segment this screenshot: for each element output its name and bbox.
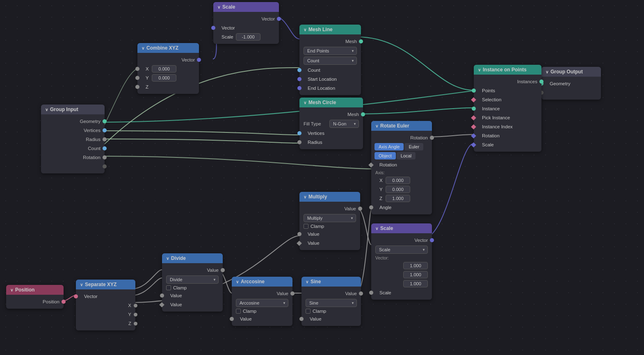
mesh-circle-radius-row: Radius bbox=[299, 138, 363, 147]
scale-bottom-dd-wrap[interactable]: Scale bbox=[375, 246, 428, 254]
arccosine-select[interactable]: Arccosine bbox=[236, 299, 288, 307]
combine-y-field[interactable]: 0.000 bbox=[152, 74, 176, 82]
scale-bottom-vec-out-socket[interactable] bbox=[430, 238, 434, 242]
mesh-circle-out-socket[interactable] bbox=[361, 112, 365, 116]
position-out-socket[interactable] bbox=[62, 300, 66, 304]
scale-bottom-scale-socket[interactable] bbox=[369, 291, 373, 295]
iop-instance-row: Instance bbox=[474, 104, 541, 113]
rotation-out-socket[interactable] bbox=[103, 155, 107, 159]
mesh-line-body: Mesh End Points Count Count bbox=[299, 34, 361, 95]
divide-clamp-checkbox[interactable] bbox=[166, 285, 171, 290]
mesh-line-endpoints-select[interactable]: End Points bbox=[304, 47, 357, 55]
mesh-line-count-socket[interactable] bbox=[297, 68, 301, 72]
rotate-euler-object-btn[interactable]: Object bbox=[375, 152, 396, 159]
sep-x-socket[interactable] bbox=[133, 303, 138, 308]
divide-val1-socket[interactable] bbox=[160, 294, 164, 298]
combine-x-field[interactable]: 0.000 bbox=[152, 65, 176, 73]
radius-out-socket[interactable] bbox=[103, 137, 107, 141]
divide-dd-wrap[interactable]: Divide bbox=[166, 275, 219, 284]
group-input-geometry-row: Geometry bbox=[41, 117, 105, 126]
iop-rotation-socket[interactable] bbox=[471, 133, 476, 139]
combine-x-socket[interactable] bbox=[135, 67, 139, 71]
scale-top-scale-row: Scale -1.000 bbox=[213, 32, 279, 41]
iop-points-socket[interactable] bbox=[472, 89, 476, 93]
divide-select[interactable]: Divide bbox=[166, 275, 219, 284]
mesh-line-node: ∨ Mesh Line Mesh End Points Count bbox=[299, 25, 361, 95]
mesh-circle-fill-wrap[interactable]: N-Gon bbox=[329, 120, 359, 128]
rotate-euler-z-field[interactable]: 1.000 bbox=[386, 195, 410, 202]
mesh-circle-fill-select[interactable]: N-Gon bbox=[329, 120, 359, 128]
group-output-node: ∨ Group Output Geometry bbox=[541, 67, 601, 100]
rotate-euler-x-field[interactable]: 0.000 bbox=[386, 177, 410, 184]
sine-out-socket[interactable] bbox=[359, 291, 363, 296]
iop-instance-index-socket[interactable] bbox=[471, 124, 476, 130]
multiply-select[interactable]: Multiply bbox=[304, 214, 356, 222]
multiply-clamp-checkbox[interactable] bbox=[304, 224, 308, 229]
divide-val2-socket[interactable] bbox=[159, 302, 164, 307]
combine-y-socket[interactable] bbox=[135, 76, 139, 80]
rotate-euler-euler-btn[interactable]: Euler bbox=[404, 143, 423, 150]
mesh-line-out-socket[interactable] bbox=[359, 39, 363, 43]
rotate-euler-angle-socket[interactable] bbox=[369, 205, 373, 209]
rotate-euler-axis-angle-btn[interactable]: Axis Angle bbox=[375, 143, 404, 150]
scale-bottom-vec2-field[interactable]: 1.000 bbox=[403, 271, 428, 278]
group-output-geometry-row: Geometry bbox=[541, 79, 601, 88]
iop-scale-row: Scale bbox=[474, 140, 541, 149]
arccosine-out-socket[interactable] bbox=[290, 291, 295, 296]
mesh-circle-vertices-socket[interactable] bbox=[297, 131, 301, 135]
group-output-title: Group Output bbox=[550, 69, 583, 75]
rotate-euler-rot-in-socket[interactable] bbox=[368, 162, 374, 168]
instance-on-points-node: ∨ Instance on Points Instances Points Se… bbox=[474, 65, 541, 152]
iop-instance-index-row: Instance Index bbox=[474, 122, 541, 131]
multiply-dd-wrap[interactable]: Multiply bbox=[304, 214, 356, 222]
sine-select[interactable]: Sine bbox=[306, 299, 357, 307]
rotate-euler-y-field[interactable]: 0.000 bbox=[386, 186, 410, 193]
combine-z-socket[interactable] bbox=[135, 85, 139, 89]
divide-out-socket[interactable] bbox=[221, 268, 225, 272]
sep-vector-in-socket[interactable] bbox=[74, 294, 78, 298]
multiply-val2-socket[interactable] bbox=[297, 241, 302, 246]
sine-clamp-checkbox[interactable] bbox=[306, 309, 311, 314]
mesh-line-count-dd-row: Count bbox=[299, 56, 361, 66]
iop-scale-socket[interactable] bbox=[471, 142, 476, 148]
count-out-socket[interactable] bbox=[103, 146, 107, 150]
iop-selection-socket[interactable] bbox=[471, 97, 476, 102]
scale-bottom-vec1-field[interactable]: 1.000 bbox=[403, 262, 428, 269]
node-editor-canvas[interactable]: ∨ Group Input Geometry Vertices Radius C… bbox=[0, 0, 644, 355]
arccosine-in-socket[interactable] bbox=[230, 317, 234, 321]
iop-pick-instance-socket[interactable] bbox=[471, 115, 476, 121]
sine-in-socket[interactable] bbox=[299, 317, 304, 321]
mesh-line-start-socket[interactable] bbox=[297, 77, 301, 81]
mesh-circle-radius-socket[interactable] bbox=[297, 140, 301, 144]
multiply-dd-row: Multiply bbox=[299, 213, 360, 223]
scale-top-vec-in-socket[interactable] bbox=[211, 26, 215, 30]
scale-bottom-vec3-field[interactable]: 1.000 bbox=[403, 280, 428, 287]
multiply-out-socket[interactable] bbox=[358, 207, 362, 211]
vertices-out-socket[interactable] bbox=[103, 128, 107, 132]
multiply-val1-socket[interactable] bbox=[297, 232, 301, 236]
sep-y-socket[interactable] bbox=[133, 312, 138, 317]
mesh-line-endpoints-wrap[interactable]: End Points bbox=[304, 47, 357, 55]
sep-z-socket[interactable] bbox=[133, 321, 138, 326]
scale-bottom-select[interactable]: Scale bbox=[375, 246, 428, 254]
mesh-line-end-socket[interactable] bbox=[297, 86, 301, 90]
rotate-euler-out-socket[interactable] bbox=[430, 136, 434, 140]
scale-top-scale-field[interactable]: -1.000 bbox=[236, 33, 260, 41]
arccosine-clamp-checkbox[interactable] bbox=[236, 309, 241, 314]
iop-points-row: Points bbox=[474, 86, 541, 95]
mesh-line-count-select[interactable]: Count bbox=[304, 57, 357, 65]
scale-top-vec-out-socket[interactable] bbox=[277, 17, 281, 21]
divide-dd-row: Divide bbox=[162, 275, 223, 284]
sine-val-out: Value bbox=[301, 289, 361, 298]
rotate-euler-local-btn[interactable]: Local bbox=[397, 152, 416, 159]
geometry-out-socket[interactable] bbox=[103, 119, 107, 123]
iop-instance-socket[interactable] bbox=[472, 107, 476, 111]
iop-instances-out-socket[interactable] bbox=[539, 80, 544, 84]
arccosine-dd-row: Arccosine bbox=[232, 298, 292, 308]
arccosine-dd-wrap[interactable]: Arccosine bbox=[236, 299, 288, 307]
mesh-line-end-row: End Location bbox=[299, 84, 361, 93]
sine-dd-wrap[interactable]: Sine bbox=[306, 299, 357, 307]
mesh-line-count-wrap[interactable]: Count bbox=[304, 57, 357, 65]
mesh-circle-node: ∨ Mesh Circle Mesh Fill Type N-Gon Verti… bbox=[299, 98, 363, 149]
combine-vec-out-socket[interactable] bbox=[197, 58, 201, 62]
